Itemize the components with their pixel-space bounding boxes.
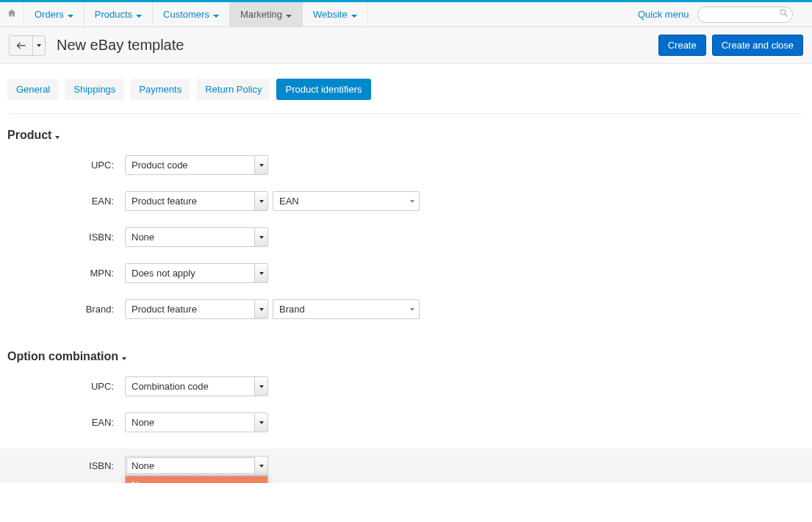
field-label: ISBN: [7,232,125,243]
create-and-close-button[interactable]: Create and close [712,35,803,56]
nav-products[interactable]: Products [85,2,153,26]
tab-payments[interactable]: Payments [130,79,190,100]
chevron-down-icon [254,413,267,432]
caret-down-icon [213,9,219,20]
main-navigation: Orders Products Customers Marketing Webs… [0,2,812,27]
field-label: UPC: [7,381,125,392]
caret-down-icon [55,129,60,142]
section-head-option-combination[interactable]: Option combination [7,350,805,363]
field-product-isbn: ISBN: None [7,227,805,247]
select-value: Product feature [132,304,197,315]
chevron-down-icon [406,192,419,210]
quick-menu-label: Quick menu [638,9,689,20]
search-wrap [697,7,812,23]
section-head-product[interactable]: Product [7,129,805,142]
select-combo-upc[interactable]: Combination code [125,376,268,396]
field-product-mpn: MPN: Does not apply [7,263,805,283]
field-product-brand: Brand: Product feature Brand [7,299,805,319]
chevron-down-icon [254,192,267,210]
caret-down-icon [122,350,126,363]
dropdown-combo-isbn: None Does not apply Combination code [125,476,268,483]
quick-menu[interactable]: Quick menu [629,2,697,26]
caret-down-icon [136,9,142,20]
dropdown-item-none[interactable]: None [126,476,267,483]
select-value: Combination code [132,381,209,392]
field-label: UPC: [7,160,125,171]
select-value: Product feature [132,196,197,207]
select-combo-isbn[interactable]: None [125,456,268,476]
select-value: Brand [279,304,305,315]
section-option-combination: Option combination UPC: Combination code… [0,335,812,483]
nav-marketing[interactable]: Marketing [230,2,303,26]
nav-orders[interactable]: Orders [24,2,85,26]
chevron-down-icon [254,156,267,174]
select-product-upc[interactable]: Product code [125,155,268,175]
chevron-down-icon [254,300,267,318]
select-value: EAN [279,196,299,207]
select-product-brand[interactable]: Product feature [125,299,268,319]
field-product-upc: UPC: Product code [7,155,805,175]
nav-home[interactable] [0,2,24,26]
back-dropdown[interactable] [32,35,46,56]
select-value: Does not apply [132,268,195,279]
tab-return-policy[interactable]: Return Policy [196,79,270,100]
select-product-isbn[interactable]: None [125,227,268,247]
select-product-ean-feature[interactable]: EAN [273,191,420,211]
back-button[interactable] [9,35,32,56]
back-button-group [9,35,46,56]
caret-down-icon [286,9,292,20]
nav-label: Orders [35,9,64,20]
select-product-ean[interactable]: Product feature [125,191,268,211]
tab-shippings[interactable]: Shippings [65,79,124,100]
field-combo-upc: UPC: Combination code [7,376,805,396]
section-product: Product UPC: Product code EAN: Product f… [0,114,812,319]
select-value: Product code [132,160,188,171]
field-label: EAN: [7,417,125,428]
field-label: Brand: [7,304,125,315]
field-combo-ean: EAN: None [7,412,805,432]
title-bar: New eBay template Create Create and clos… [0,27,812,64]
tab-general[interactable]: General [7,79,59,100]
nav-label: Customers [163,9,209,20]
section-title: Option combination [7,350,118,363]
section-title: Product [7,129,51,142]
tabs-container: General Shippings Payments Return Policy… [0,64,812,107]
nav-customers[interactable]: Customers [153,2,230,26]
chevron-down-icon [254,457,267,475]
select-value: None [132,460,154,471]
chevron-down-icon [254,264,267,282]
select-combo-ean[interactable]: None [125,412,268,432]
select-product-mpn[interactable]: Does not apply [125,263,268,283]
title-actions: Create Create and close [658,35,803,56]
search-input[interactable] [697,7,793,23]
chevron-down-icon [254,228,267,246]
create-button[interactable]: Create [658,35,706,56]
chevron-down-icon [406,300,419,318]
select-value: None [132,232,154,243]
caret-down-icon [68,9,73,20]
nav-label: Website [313,9,348,20]
nav-label: Products [95,9,132,20]
chevron-down-icon [254,377,267,396]
field-label: MPN: [7,268,125,279]
tabs: General Shippings Payments Return Policy… [7,79,805,100]
select-product-brand-feature[interactable]: Brand [273,299,420,319]
select-value: None [132,417,154,428]
field-combo-isbn: ISBN: None None Does not apply Combinati… [0,448,812,483]
page-title: New eBay template [57,37,184,54]
field-product-ean: EAN: Product feature EAN [7,191,805,211]
field-label: EAN: [7,196,125,207]
tab-product-identifiers[interactable]: Product identifiers [276,79,370,100]
nav-label: Marketing [240,9,282,20]
home-icon [7,9,16,20]
caret-down-icon [351,9,357,20]
nav-website[interactable]: Website [303,2,368,26]
field-label: ISBN: [7,460,125,471]
